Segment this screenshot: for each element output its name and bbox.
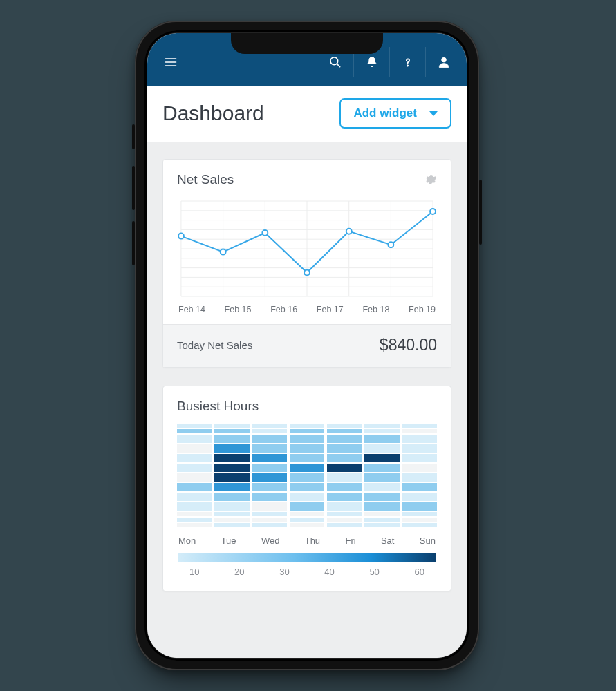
heat-cell — [290, 502, 324, 511]
heatmap-legend — [178, 553, 436, 562]
heat-cell — [402, 502, 437, 511]
heat-cell — [364, 473, 399, 482]
heat-cell — [214, 473, 249, 482]
heat-cell — [290, 435, 324, 443]
heat-cell — [364, 444, 399, 453]
heat-cell — [177, 454, 212, 462]
net-sales-chart — [177, 197, 437, 301]
card-area: Net Sales Feb 14Feb 15Feb 16Feb 17Feb 18… — [147, 142, 467, 658]
heat-cell — [290, 483, 324, 491]
card-title: Net Sales — [177, 172, 234, 187]
net-sales-summary: Today Net Sales $840.00 — [163, 324, 451, 367]
add-widget-button[interactable]: Add widget — [339, 98, 451, 129]
day-label: Wed — [261, 536, 280, 546]
heat-cell — [252, 512, 287, 516]
heat-cell — [364, 424, 399, 428]
heat-cell — [290, 464, 324, 472]
x-tick: Feb 14 — [178, 305, 205, 314]
heat-cell — [214, 512, 249, 516]
heat-cell — [364, 518, 399, 522]
heat-cell — [214, 518, 249, 522]
heat-cell — [290, 523, 324, 527]
heat-cell — [177, 424, 212, 428]
x-tick: Feb 17 — [317, 305, 344, 314]
heat-cell — [252, 518, 287, 522]
svg-point-23 — [262, 230, 268, 236]
heat-cell — [402, 424, 437, 428]
heat-cell — [402, 512, 437, 516]
header-row: Dashboard Add widget — [147, 86, 467, 142]
x-tick: Feb 15 — [225, 305, 252, 314]
screen: Dashboard Add widget Net Sales — [147, 33, 467, 658]
heat-cell — [327, 444, 362, 453]
chevron-down-icon — [429, 111, 438, 116]
heat-cell — [364, 523, 399, 527]
heat-cell — [402, 493, 437, 501]
heat-cell — [214, 435, 249, 443]
svg-point-26 — [388, 242, 393, 247]
heat-cell — [364, 512, 399, 516]
heat-cell — [327, 464, 362, 472]
svg-point-25 — [346, 229, 352, 234]
heat-cell — [214, 429, 249, 433]
heat-cell — [290, 454, 324, 462]
notch — [231, 33, 383, 54]
heat-cell — [177, 483, 212, 491]
x-tick: Feb 19 — [409, 305, 436, 314]
net-sales-card: Net Sales Feb 14Feb 15Feb 16Feb 17Feb 18… — [162, 159, 451, 368]
legend-tick: 50 — [369, 567, 379, 577]
heat-cell — [402, 464, 437, 472]
day-label: Mon — [178, 536, 196, 546]
heat-cell — [402, 435, 437, 443]
heat-cell — [364, 493, 399, 501]
heat-cell — [402, 473, 437, 482]
page-title: Dashboard — [162, 102, 264, 125]
heat-cell — [177, 435, 212, 443]
heat-cell — [364, 502, 399, 511]
heat-cell — [214, 454, 249, 462]
heat-cell — [252, 454, 287, 462]
menu-icon[interactable] — [153, 47, 189, 77]
heat-cell — [327, 502, 362, 511]
heat-cell — [290, 444, 324, 453]
heat-cell — [214, 424, 249, 428]
heat-cell — [252, 473, 287, 482]
heat-cell — [177, 512, 212, 516]
heat-cell — [177, 444, 212, 453]
heat-cell — [177, 518, 212, 522]
heat-cell — [252, 444, 287, 453]
heat-cell — [214, 483, 249, 491]
heat-cell — [177, 429, 212, 433]
gear-icon[interactable] — [424, 173, 437, 186]
heat-cell — [252, 523, 287, 527]
legend-tick: 40 — [324, 567, 334, 577]
help-icon[interactable] — [389, 47, 425, 77]
heat-cell — [177, 493, 212, 501]
heat-cell — [364, 464, 399, 472]
heat-cell — [214, 464, 249, 472]
heat-cell — [327, 435, 362, 443]
heat-cell — [402, 429, 437, 433]
heat-cell — [252, 502, 287, 511]
heat-cell — [214, 444, 249, 453]
heat-cell — [327, 518, 362, 522]
summary-value: $840.00 — [380, 336, 437, 354]
heat-cell — [364, 435, 399, 443]
net-sales-xaxis: Feb 14Feb 15Feb 16Feb 17Feb 18Feb 19 — [177, 301, 437, 324]
day-label: Thu — [305, 536, 320, 546]
heat-cell — [290, 518, 324, 522]
busiest-hours-card: Busiest Hours MonTueWedThuFriSatSun 1020… — [162, 386, 451, 591]
phone-frame: Dashboard Add widget Net Sales — [135, 21, 479, 670]
x-tick: Feb 16 — [270, 305, 297, 314]
heat-cell — [327, 483, 362, 491]
heat-cell — [327, 424, 362, 428]
heat-cell — [402, 518, 437, 522]
legend-tick: 30 — [279, 567, 289, 577]
user-icon[interactable] — [425, 47, 461, 77]
heat-cell — [327, 454, 362, 462]
heat-cell — [214, 523, 249, 527]
heat-cell — [290, 429, 324, 433]
heat-cell — [364, 429, 399, 433]
heat-cell — [290, 493, 324, 501]
heat-cell — [252, 493, 287, 501]
